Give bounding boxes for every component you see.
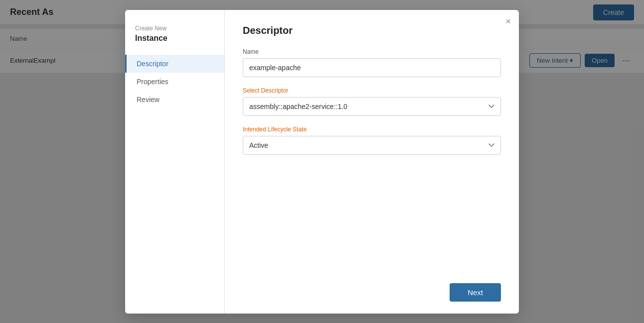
name-input[interactable]	[243, 58, 501, 77]
lifecycle-state-label: Intended Lifecycle State	[243, 126, 501, 133]
sidebar-create-label: Create New	[125, 25, 224, 34]
sidebar-item-descriptor[interactable]: Descriptor	[125, 55, 224, 73]
name-field-group: Name	[243, 48, 501, 77]
create-instance-modal: × Create New Instance Descriptor Propert…	[125, 10, 519, 314]
section-title: Descriptor	[243, 25, 501, 36]
select-descriptor-label: Select Descriptor	[243, 87, 501, 94]
name-label: Name	[243, 48, 501, 55]
select-descriptor-input[interactable]: assembly::apache2-service::1.0	[243, 97, 501, 116]
lifecycle-state-select[interactable]: Active	[243, 136, 501, 155]
sidebar-instance-label: Instance	[125, 34, 224, 55]
sidebar-item-review[interactable]: Review	[125, 91, 224, 108]
modal-footer: Next	[243, 273, 501, 302]
sidebar-item-properties[interactable]: Properties	[125, 73, 224, 91]
next-button[interactable]: Next	[450, 283, 501, 302]
modal-main-content: Descriptor Name Select Descriptor assemb…	[225, 10, 519, 314]
select-descriptor-group: Select Descriptor assembly::apache2-serv…	[243, 87, 501, 116]
modal-sidebar: Create New Instance Descriptor Propertie…	[125, 10, 225, 314]
modal-close-button[interactable]: ×	[505, 17, 511, 26]
modal-overlay: × Create New Instance Descriptor Propert…	[0, 0, 644, 323]
lifecycle-state-group: Intended Lifecycle State Active	[243, 126, 501, 155]
